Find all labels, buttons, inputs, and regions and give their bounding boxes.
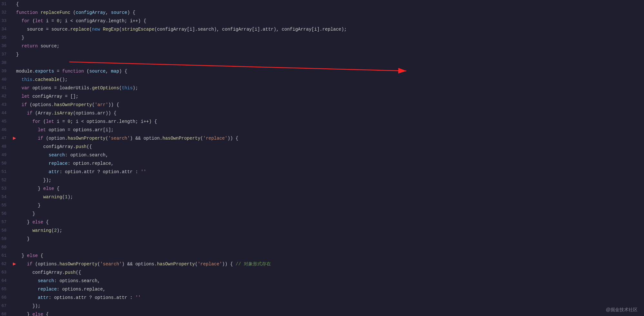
- line-63: 63 configArray.push({: [0, 268, 644, 277]
- line-37: 37 }: [0, 50, 644, 59]
- line-51: 51 attr: option.attr ? option.attr : '': [0, 168, 644, 176]
- line-65: 65 replace: options.replace,: [0, 285, 644, 293]
- line-48: 48 configArray.push({: [0, 143, 644, 151]
- line-50: 50 replace: option.replace,: [0, 159, 644, 168]
- line-47: 47 ▶ if (option.hasOwnProperty('search')…: [0, 134, 644, 143]
- line-42: 42 let configArray = [];: [0, 92, 644, 101]
- line-33: 33 for (let i = 0; i < configArray.lengt…: [0, 17, 644, 25]
- line-56: 56 }: [0, 210, 644, 218]
- line-45: 45 for (let i = 0; i < options.arr.lengt…: [0, 117, 644, 126]
- line-39: 39 module.exports = function (source, ma…: [0, 67, 644, 75]
- line-67: 67 });: [0, 302, 644, 310]
- line-31: 31 {: [0, 0, 644, 8]
- code-editor: 31 { 32 function replaceFunc (configArra…: [0, 0, 644, 316]
- line-66: 66 attr: options.attr ? options.attr : '…: [0, 293, 644, 302]
- line-44: 44 if (Array.isArray(options.arr)) {: [0, 109, 644, 117]
- line-64: 64 search: options.search,: [0, 277, 644, 285]
- line-38: 38: [0, 59, 644, 67]
- line-60: 60: [0, 243, 644, 252]
- line-58: 58 warning(2);: [0, 226, 644, 235]
- line-54: 54 warning(1);: [0, 193, 644, 201]
- line-61: 61 } else {: [0, 252, 644, 260]
- line-40: 40 this.cacheable();: [0, 75, 644, 84]
- line-59: 59 }: [0, 235, 644, 243]
- line-32: 32 function replaceFunc (configArray, so…: [0, 8, 644, 17]
- watermark-text: @掘金技术社区: [606, 307, 638, 313]
- code-lines: 31 { 32 function replaceFunc (configArra…: [0, 0, 644, 316]
- line-35: 35 }: [0, 34, 644, 42]
- line-41: 41 var options = loaderUtils.getOptions(…: [0, 84, 644, 92]
- line-57: 57 } else {: [0, 218, 644, 226]
- line-36: 36 return source;: [0, 42, 644, 50]
- line-52: 52 });: [0, 176, 644, 184]
- line-43: 43 if (options.hasOwnProperty('arr')) {: [0, 101, 644, 109]
- line-49: 49 search: option.search,: [0, 151, 644, 159]
- line-55: 55 }: [0, 201, 644, 210]
- line-62: 62 ▶ if (options.hasOwnProperty('search'…: [0, 260, 644, 268]
- line-34: 34 source = source.replace(new RegExp(st…: [0, 25, 644, 34]
- line-68: 68 } else {: [0, 310, 644, 316]
- line-53: 53 } else {: [0, 184, 644, 193]
- line-46: 46 let option = options.arr[i];: [0, 126, 644, 134]
